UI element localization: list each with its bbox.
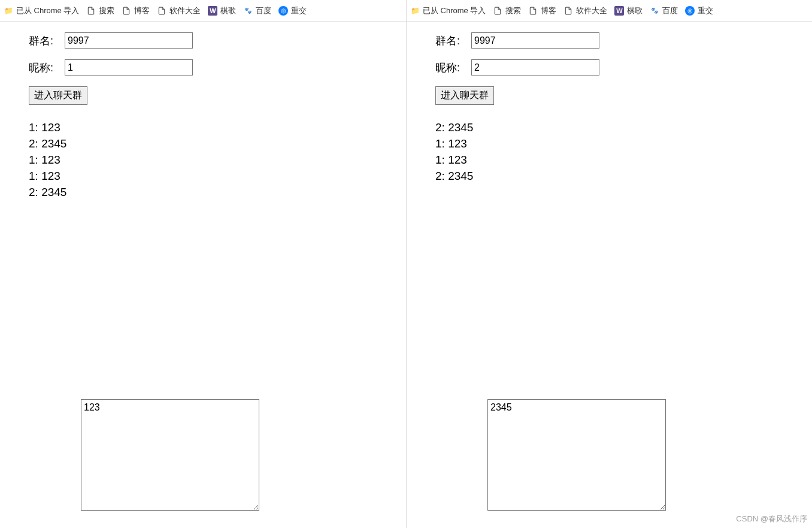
- baidu-icon: 🐾: [243, 6, 253, 16]
- folder-icon: 📁: [410, 6, 420, 16]
- file-icon: [493, 6, 502, 16]
- group-row: 群名:: [29, 32, 406, 49]
- group-name-input[interactable]: [65, 32, 193, 49]
- nickname-input[interactable]: [65, 59, 193, 76]
- browser-window-left: 📁已从 Chrome 导入 搜索 博客 软件大全 W棋歌 🐾百度 ◎重交 群名:…: [0, 0, 406, 528]
- group-name-input[interactable]: [471, 32, 599, 49]
- bookmark-imported[interactable]: 📁已从 Chrome 导入: [4, 5, 79, 16]
- file-icon: [122, 6, 131, 16]
- bookmarks-bar: 📁已从 Chrome 导入 搜索 博客 软件大全 W棋歌 🐾百度 ◎重交: [0, 0, 406, 22]
- message-list: 22345 1123 1123 22345: [435, 119, 812, 184]
- group-row: 群名:: [435, 32, 812, 49]
- bookmark-baidu[interactable]: 🐾百度: [650, 5, 678, 16]
- nick-row: 昵称:: [29, 59, 406, 76]
- enter-chat-button[interactable]: 进入聊天群: [29, 86, 87, 105]
- file-icon: [86, 6, 96, 16]
- w-icon: W: [208, 6, 217, 16]
- bookmark-chongjiao[interactable]: ◎重交: [685, 5, 713, 16]
- file-icon: [563, 6, 573, 16]
- nickname-input[interactable]: [471, 59, 599, 76]
- file-icon: [528, 6, 538, 16]
- enter-chat-button[interactable]: 进入聊天群: [435, 86, 494, 105]
- folder-icon: 📁: [4, 6, 13, 16]
- blue-circle-icon: ◎: [685, 6, 695, 16]
- group-label: 群名:: [435, 34, 471, 48]
- bookmark-qige[interactable]: W棋歌: [208, 5, 236, 16]
- message-item: 1123: [435, 152, 812, 168]
- message-item: 1123: [435, 135, 812, 152]
- blue-circle-icon: ◎: [278, 6, 288, 16]
- w-icon: W: [614, 6, 624, 16]
- watermark: CSDN @春风浅作序: [736, 514, 807, 524]
- message-item: 22345: [435, 119, 812, 135]
- group-label: 群名:: [29, 34, 65, 48]
- baidu-icon: 🐾: [650, 6, 659, 16]
- bookmark-qige[interactable]: W棋歌: [614, 5, 643, 16]
- message-item: 22345: [29, 184, 406, 200]
- bookmarks-bar: 📁已从 Chrome 导入 搜索 博客 软件大全 W棋歌 🐾百度 ◎重交: [407, 0, 812, 22]
- compose-area: [487, 399, 666, 512]
- message-textarea[interactable]: [81, 399, 259, 511]
- message-textarea[interactable]: [487, 399, 666, 511]
- bookmark-imported[interactable]: 📁已从 Chrome 导入: [410, 5, 486, 16]
- nick-label: 昵称:: [435, 61, 471, 75]
- bookmark-blog[interactable]: 博客: [122, 5, 150, 16]
- nick-row: 昵称:: [435, 59, 812, 76]
- page-content: 群名: 昵称: 进入聊天群 1123 22345 1123 1123 22345: [0, 22, 406, 200]
- message-item: 22345: [435, 168, 812, 184]
- message-item: 22345: [29, 135, 406, 152]
- bookmark-blog[interactable]: 博客: [528, 5, 556, 16]
- nick-label: 昵称:: [29, 61, 65, 75]
- message-item: 1123: [29, 152, 406, 168]
- message-item: 1123: [29, 168, 406, 184]
- bookmark-baidu[interactable]: 🐾百度: [243, 5, 271, 16]
- message-item: 1123: [29, 119, 406, 135]
- bookmark-software[interactable]: 软件大全: [563, 5, 607, 16]
- compose-area: [81, 399, 259, 512]
- page-content: 群名: 昵称: 进入聊天群 22345 1123 1123 22345: [407, 22, 812, 184]
- bookmark-search[interactable]: 搜索: [86, 5, 114, 16]
- browser-window-right: 📁已从 Chrome 导入 搜索 博客 软件大全 W棋歌 🐾百度 ◎重交 群名:…: [406, 0, 812, 528]
- message-list: 1123 22345 1123 1123 22345: [29, 119, 406, 200]
- file-icon: [157, 6, 166, 16]
- bookmark-search[interactable]: 搜索: [493, 5, 521, 16]
- bookmark-chongjiao[interactable]: ◎重交: [278, 5, 307, 16]
- bookmark-software[interactable]: 软件大全: [157, 5, 201, 16]
